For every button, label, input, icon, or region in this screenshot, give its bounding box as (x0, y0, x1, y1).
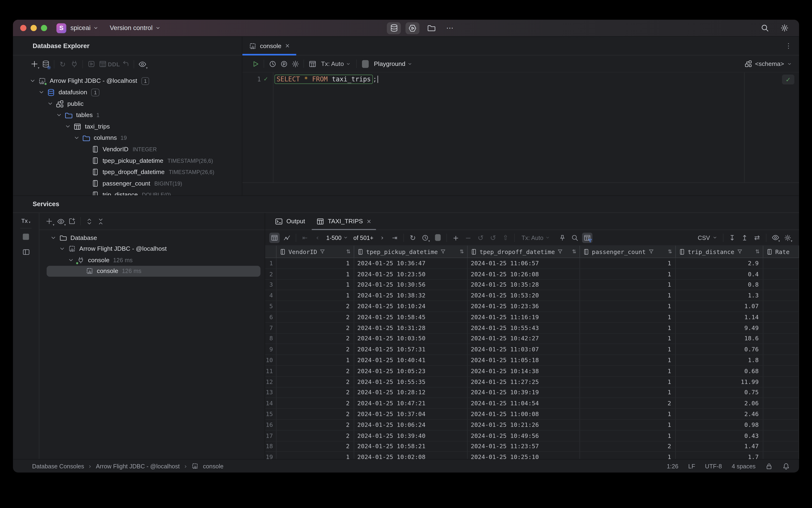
write-access-lock-icon[interactable] (765, 463, 773, 470)
generate-ddl-button[interactable]: DDL (108, 58, 120, 70)
cell-rate[interactable] (763, 344, 799, 355)
cell-vendorid[interactable]: 1 (277, 269, 354, 280)
cell-pickup-datetime[interactable]: 2024-01-25 10:03:50 (354, 334, 468, 344)
sort-icon[interactable]: ⇅ (460, 249, 464, 254)
cell-vendorid[interactable]: 2 (277, 387, 354, 398)
tree-item-schema-public[interactable]: public (13, 98, 242, 110)
previous-page-button[interactable]: ‹ (312, 232, 322, 243)
cell-rate[interactable] (763, 387, 799, 398)
editor-options-kebab-icon[interactable]: ⋮ (785, 42, 792, 49)
cell-pickup-datetime[interactable]: 2024-01-25 10:23:50 (354, 269, 468, 280)
cell-rate[interactable] (763, 430, 799, 441)
close-tab-icon[interactable]: × (367, 218, 371, 224)
tx-toggle[interactable]: Tx▾ (21, 218, 30, 224)
row-number[interactable]: 6 (265, 312, 277, 323)
filter-funnel-icon[interactable] (557, 249, 563, 254)
navigate-back-button[interactable] (120, 58, 131, 70)
cell-pickup-datetime[interactable]: 2024-01-25 10:10:24 (354, 301, 468, 312)
chevron-down-icon[interactable] (29, 77, 36, 84)
cell-passenger-count[interactable]: 1 (580, 334, 676, 344)
row-number[interactable]: 17 (265, 430, 277, 441)
cell-dropoff-datetime[interactable]: 2024-01-25 10:53:20 (468, 290, 580, 301)
cell-dropoff-datetime[interactable]: 2024-01-25 10:39:19 (468, 387, 580, 398)
cell-pickup-datetime[interactable]: 2024-01-25 10:38:32 (354, 290, 468, 301)
cell-trip-distance[interactable]: 1.7 (676, 452, 763, 459)
cell-passenger-count[interactable]: 1 (580, 409, 676, 420)
find-in-grid-button[interactable] (570, 232, 580, 243)
cell-pickup-datetime[interactable]: 2024-01-25 10:58:45 (354, 312, 468, 323)
cell-dropoff-datetime[interactable]: 2024-01-25 10:23:36 (468, 301, 580, 312)
cell-vendorid[interactable]: 2 (277, 377, 354, 387)
tree-item-table-taxi-trips[interactable]: taxi_trips (13, 121, 242, 132)
cell-rate[interactable] (763, 452, 799, 459)
schema-selector[interactable]: <schema> (745, 60, 792, 67)
cell-rate[interactable] (763, 366, 799, 377)
service-item-database[interactable]: Database (39, 232, 265, 243)
notifications-bell-icon[interactable] (782, 463, 790, 470)
cell-pickup-datetime[interactable]: 2024-01-25 10:02:08 (354, 452, 468, 459)
tree-item-tables-folder[interactable]: tables 1 (13, 109, 242, 121)
cell-pickup-datetime[interactable]: 2024-01-25 10:57:31 (354, 344, 468, 355)
cell-vendorid[interactable]: 1 (277, 452, 354, 459)
show-options-button[interactable]: ▾ (55, 216, 66, 227)
cell-trip-distance[interactable]: 2.9 (676, 258, 763, 269)
cell-passenger-count[interactable]: 1 (580, 344, 676, 355)
table-row[interactable]: 8 2 2024-01-25 10:03:50 2024-01-25 10:42… (265, 334, 799, 344)
row-number[interactable]: 7 (265, 323, 277, 334)
breadcrumb-console[interactable]: console (203, 463, 224, 469)
cell-vendorid[interactable]: 2 (277, 409, 354, 420)
cell-trip-distance[interactable]: 0.43 (676, 430, 763, 441)
tree-item-database-datafusion[interactable]: datafusion 1 (13, 87, 242, 98)
rollback-button[interactable]: ↺ (488, 232, 498, 243)
chevron-down-icon[interactable] (55, 112, 62, 119)
cell-passenger-count[interactable]: 1 (580, 387, 676, 398)
column-header-rate[interactable]: Rate (763, 246, 799, 258)
table-row[interactable]: 18 2 2024-01-25 10:58:21 2024-01-25 11:2… (265, 441, 799, 452)
row-number[interactable]: 16 (265, 420, 277, 430)
cell-trip-distance[interactable]: 0.68 (676, 366, 763, 377)
cell-vendorid[interactable]: 2 (277, 301, 354, 312)
playground-selector[interactable]: Playground (374, 60, 412, 67)
import-data-button[interactable]: ↥ (739, 232, 750, 243)
cell-vendorid[interactable]: 2 (277, 323, 354, 334)
breadcrumb-datasource[interactable]: Arrow Flight JDBC - @localhost (96, 463, 180, 469)
row-number[interactable]: 10 (265, 355, 277, 366)
cell-rate[interactable] (763, 398, 799, 409)
table-row[interactable]: 10 1 2024-01-25 10:40:41 2024-01-25 11:0… (265, 355, 799, 366)
inspection-status-widget[interactable]: ✓ (782, 75, 795, 84)
table-row[interactable]: 16 2 2024-01-25 10:06:24 2024-01-25 10:2… (265, 420, 799, 430)
cell-trip-distance[interactable]: 2.46 (676, 409, 763, 420)
cell-trip-distance[interactable]: 1.14 (676, 312, 763, 323)
cell-trip-distance[interactable]: 1.3 (676, 290, 763, 301)
cell-rate[interactable] (763, 269, 799, 280)
cell-dropoff-datetime[interactable]: 2024-01-25 11:04:54 (468, 398, 580, 409)
row-number[interactable]: 8 (265, 334, 277, 344)
cell-rate[interactable] (763, 258, 799, 269)
breadcrumb-database-consoles[interactable]: Database Consoles (32, 463, 84, 469)
cell-trip-distance[interactable]: 0.76 (676, 344, 763, 355)
cell-trip-distance[interactable]: 1.8 (676, 355, 763, 366)
revert-changes-button[interactable]: ↺ (476, 232, 486, 243)
cell-trip-distance[interactable]: 1.07 (676, 301, 763, 312)
tx-mode-selector[interactable]: Tx: Auto (321, 60, 351, 67)
sql-line[interactable]: SELECT*FROMtaxi_trips; (273, 74, 799, 84)
chevron-down-icon[interactable] (64, 123, 72, 130)
collapse-all-button[interactable] (95, 216, 106, 227)
row-number[interactable]: 2 (265, 269, 277, 280)
cell-trip-distance[interactable]: 0.98 (676, 420, 763, 430)
sort-icon[interactable]: ⇅ (668, 249, 672, 254)
open-data-button[interactable] (97, 58, 108, 70)
table-row[interactable]: 13 2 2024-01-25 10:28:12 2024-01-25 10:3… (265, 387, 799, 398)
cell-vendorid[interactable]: 2 (277, 334, 354, 344)
grid-settings-button[interactable]: ▾ (782, 232, 793, 243)
row-number[interactable]: 19 (265, 452, 277, 459)
table-row[interactable]: 1 1 2024-01-25 10:36:47 2024-01-25 11:06… (265, 258, 799, 269)
chevron-down-icon[interactable] (47, 100, 54, 107)
page-range-selector[interactable]: 1-500 (326, 235, 348, 241)
settings-gear-icon[interactable] (780, 24, 788, 32)
column-header-vendorid[interactable]: VendorID ⇅ (277, 246, 354, 258)
reload-page-button[interactable]: ↻ (408, 232, 418, 243)
table-row[interactable]: 6 2 2024-01-25 10:58:45 2024-01-25 11:16… (265, 312, 799, 323)
services-layout-button[interactable] (20, 246, 32, 257)
filter-funnel-icon[interactable] (648, 249, 654, 254)
